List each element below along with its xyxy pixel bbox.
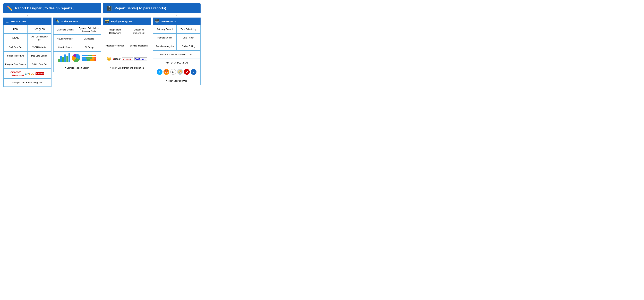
pie-chart-preview (72, 53, 80, 62)
prepare-data-body: RDB NOSQL DB MDDB DMP Like Hadoop, etc. … (4, 25, 52, 87)
cell-doc-source: Doc Data Source (27, 52, 51, 60)
opera-browser-icon: O (184, 69, 190, 75)
make-reports-header: ✒️ Make Reports (53, 18, 101, 25)
deploy-body: Independent Deployment Embedded Deployme… (103, 25, 151, 72)
chrome-browser-icon: ⊙ (170, 69, 176, 75)
ie-browser-icon: e (157, 69, 162, 75)
cell-embedded-deploy: Embedded Deployment (127, 25, 150, 38)
use-bottom-note: *Report View and Use (153, 77, 200, 85)
cell-dashboard: Dashboard (77, 35, 101, 43)
server-title: Report Server( to parse reports) (114, 6, 166, 10)
cell-rdb: RDB (4, 25, 27, 34)
server-logos: 🐱 JBoss® weblogic ▪ WebSphere. (103, 54, 151, 64)
use-reports-body: Authority Control Time Scheduling Remote… (153, 25, 201, 85)
make-bottom-note: * Complex Report Design (53, 64, 101, 72)
pencil-icon: ✏️ (7, 6, 13, 11)
use-reports-header: 🖥️ Use Reports (153, 18, 201, 25)
prepare-row-5: Program Data Source Built-in Data Set (4, 60, 51, 69)
cell-dmp: DMP Like Hadoop, etc. (27, 34, 51, 43)
deploy-bottom-note: *Report Deployment and Integration (103, 64, 151, 72)
access-logo: A Access (36, 72, 44, 75)
use-row-2: Remote Modify Data Report (153, 34, 200, 42)
cell-program-source: Program Data Source (4, 60, 27, 69)
deploy-header: 🗃️ Deploy&Integrate (103, 18, 151, 25)
use-reports-column: 🖥️ Use Reports Authority Control Time Sc… (153, 18, 201, 87)
cell-authority: Authority Control (153, 25, 176, 34)
cell-service-integration: Service Integration (127, 38, 150, 54)
oracle-logo: ORACLE®⊳SQL Server 2008 (10, 71, 24, 76)
cell-data-report: Data Report (176, 34, 200, 42)
arrow-col3: ↓ (126, 14, 128, 17)
list-icon: ☰ (6, 19, 9, 24)
use-row-1: Authority Control Time Scheduling (153, 25, 200, 34)
cell-dynamic-calc: Dynamic Calculations between Cells (77, 25, 101, 35)
prepare-bottom-note: *Multiple Data Source Integration (4, 78, 51, 87)
cell-colorful-charts: Colorful Charts (53, 43, 77, 52)
designer-title: Report Designer ( to design reports ) (15, 6, 74, 10)
cell-json: JSON Data Set (27, 43, 51, 52)
tomcat-logo: 🐱 (107, 57, 111, 61)
bar-chart-preview (58, 53, 70, 62)
prepare-row-2: MDDB DMP Like Hadoop, etc. (4, 34, 51, 43)
arrow-col4: ↓ (176, 14, 177, 17)
cell-sap: SAP Data Set (4, 43, 27, 52)
db-logos: ORACLE®⊳SQL Server 2008 MySQL A Access (4, 69, 51, 78)
chart-preview (53, 52, 101, 64)
cell-export: Export EXL/WORD/PDF/TXT/XML (153, 51, 200, 59)
prepare-row-4: Stored Procedure Doc Data Source (4, 52, 51, 60)
cell-online-editing: Online Editing (176, 42, 200, 51)
maxthon-browser-icon: M (191, 69, 196, 75)
prepare-data-title: Prepare Data (10, 20, 26, 23)
make-row-3: Colorful Charts Fill Setup (53, 43, 101, 52)
make-reports-title: Make Reports (62, 20, 78, 23)
cell-integrate-web: Integrate Web Page (103, 38, 127, 54)
deploy-row-2: Integrate Web Page Service Integration (103, 38, 151, 54)
cell-realtime-analytics: Real-time Analytics (153, 42, 176, 51)
deploy-row-1: Independent Deployment Embedded Deployme… (103, 25, 151, 38)
cell-independent-deploy: Independent Deployment (103, 25, 127, 38)
browser-logos: e 🦊 ⊙ 🧭 O M (153, 67, 200, 77)
cell-visual-param: Visual Parameter (53, 35, 77, 43)
cell-time-scheduling: Time Scheduling (176, 25, 200, 34)
prepare-row-1: RDB NOSQL DB (4, 25, 51, 34)
edit-icon: ✒️ (55, 19, 60, 24)
mysql-logo: MySQL (25, 72, 34, 75)
cell-builtin: Built-in Data Set (27, 60, 51, 69)
database-icon: 🗃️ (105, 19, 110, 24)
safari-browser-icon: 🧭 (177, 69, 183, 75)
cell-print: Print PDF/APPLET/FLAS (153, 59, 200, 67)
arrow-col1: ↓ (27, 14, 28, 17)
weblogic-logo: weblogic ▪ (122, 57, 133, 60)
server-header: 🗄️ Report Server( to parse reports) (103, 4, 200, 13)
server-icon: 🗄️ (106, 6, 112, 11)
firefox-browser-icon: 🦊 (164, 69, 169, 75)
deploy-integrate-column: 🗃️ Deploy&Integrate Independent Deployme… (103, 18, 151, 87)
arrow-col2: ↓ (76, 14, 78, 17)
designer-header: ✏️ Report Designer ( to design reports ) (4, 4, 101, 13)
use-row-3: Real-time Analytics Online Editing (153, 42, 200, 51)
stacked-bar-preview (82, 55, 96, 61)
prepare-data-header: ☰ Prepare Data (4, 18, 52, 25)
cell-nosql: NOSQL DB (27, 25, 51, 34)
websphere-logo: WebSphere. (134, 57, 147, 60)
prepare-row-3: SAP Data Set JSON Data Set (4, 43, 51, 52)
make-reports-column: ✒️ Make Reports Like-excel Design Dynami… (53, 18, 101, 87)
cell-fill-setup: Fill Setup (77, 43, 101, 52)
jboss-logo: JBoss® (113, 58, 121, 60)
cell-remote-modify: Remote Modify (153, 34, 176, 42)
use-reports-title: Use Reports (161, 20, 176, 23)
cell-mddb: MDDB (4, 34, 27, 43)
monitor-icon: 🖥️ (155, 19, 159, 24)
deploy-title: Deploy&Integrate (111, 20, 132, 23)
cell-excel-design: Like-excel Design (53, 25, 77, 35)
make-row-2: Visual Parameter Dashboard (53, 35, 101, 43)
make-reports-body: Like-excel Design Dynamic Calculations b… (53, 25, 101, 72)
cell-stored-proc: Stored Procedure (4, 52, 27, 60)
prepare-data-column: ☰ Prepare Data RDB NOSQL DB MDDB DMP Lik… (4, 18, 52, 87)
make-row-1: Like-excel Design Dynamic Calculations b… (53, 25, 101, 35)
